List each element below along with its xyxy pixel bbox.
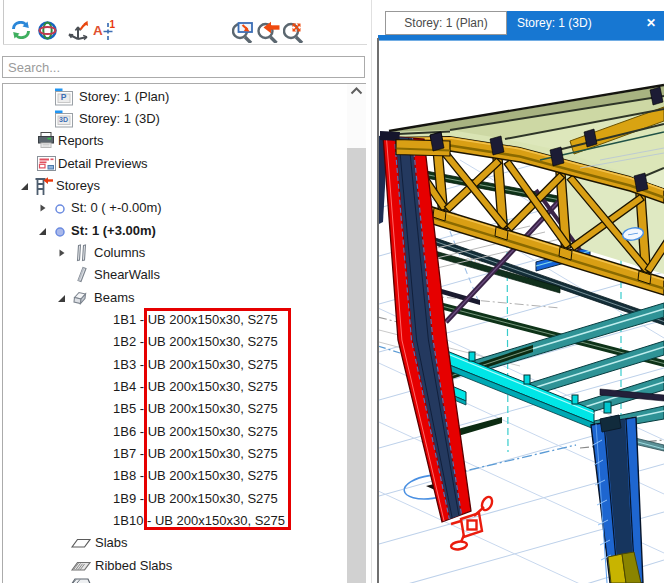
svg-text:3D: 3D bbox=[59, 116, 68, 123]
svg-text:P: P bbox=[61, 92, 67, 102]
